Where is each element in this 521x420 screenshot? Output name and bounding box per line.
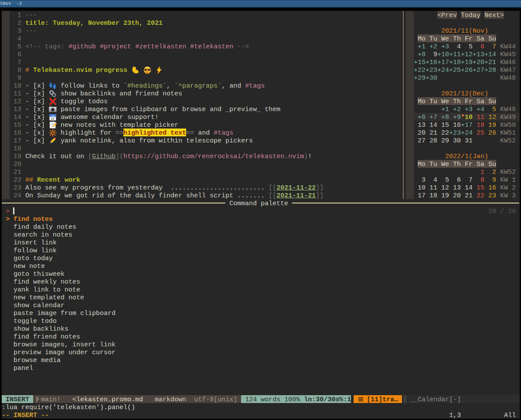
svg-text:17: 17: [51, 117, 54, 120]
svg-text:July: July: [51, 115, 54, 117]
